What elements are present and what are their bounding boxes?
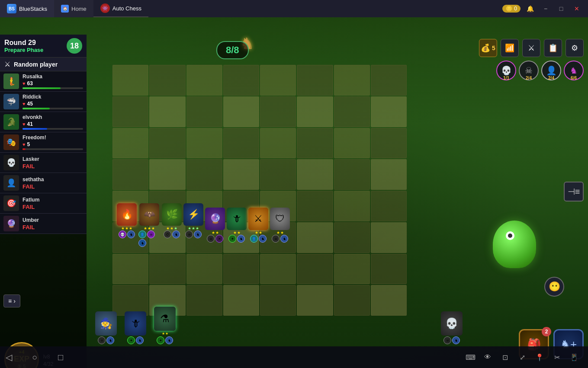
recents-button[interactable]: □ bbox=[52, 349, 69, 366]
board-cell[interactable] bbox=[149, 159, 185, 190]
board-cell[interactable] bbox=[149, 96, 185, 127]
unit[interactable]: 🛡 ★ ★ ☠ ♞ bbox=[270, 208, 290, 247]
location-icon[interactable]: 📍 bbox=[533, 350, 546, 364]
battle-button[interactable]: ⚔ bbox=[522, 39, 540, 57]
board-cell[interactable] bbox=[297, 159, 333, 190]
list-item[interactable]: 🎯 Fatlum FAIL bbox=[0, 193, 87, 214]
board-cell[interactable] bbox=[260, 65, 296, 96]
random-player-row[interactable]: ⚔ Random player bbox=[0, 58, 87, 71]
unit[interactable]: ⚡ ★ ★ ★ ☠ ♞ bbox=[183, 203, 203, 247]
list-item[interactable]: 👤 sethatha FAIL bbox=[0, 173, 87, 193]
minimize-button[interactable]: − bbox=[540, 3, 552, 15]
board-cell[interactable] bbox=[297, 254, 333, 285]
close-button[interactable]: ✕ bbox=[571, 3, 583, 15]
board-cell[interactable] bbox=[371, 222, 407, 253]
board-cell[interactable] bbox=[260, 159, 296, 190]
board-cell[interactable] bbox=[223, 285, 259, 316]
board-cell[interactable] bbox=[112, 128, 148, 159]
board-cell[interactable] bbox=[186, 96, 222, 127]
board-cell[interactable] bbox=[334, 128, 370, 159]
board-cell[interactable] bbox=[371, 285, 407, 316]
board-cell[interactable] bbox=[334, 285, 370, 316]
board-cell[interactable] bbox=[223, 254, 259, 285]
list-item[interactable]: 🧜 Rusalka ♥ 63 bbox=[0, 71, 87, 92]
class-icon-undead[interactable]: ☠ 2/4 bbox=[519, 61, 539, 80]
tactical-button[interactable]: ⊣≡ bbox=[564, 182, 584, 202]
notification-bell[interactable]: 🔔 bbox=[524, 3, 536, 15]
bench-unit[interactable]: 🗡 ✦ ♞ bbox=[125, 311, 146, 344]
list-item[interactable]: 💀 Lasker FAIL bbox=[0, 153, 87, 173]
board-cell[interactable] bbox=[112, 65, 148, 96]
board-cell[interactable] bbox=[260, 128, 296, 159]
bluestacks-tab[interactable]: BS BlueStacks bbox=[0, 0, 54, 17]
board-cell[interactable] bbox=[334, 222, 370, 253]
board-cell[interactable] bbox=[149, 128, 185, 159]
list-item[interactable]: 🦈 Riddick ♥ 45 bbox=[0, 92, 87, 112]
unit[interactable]: ⚔ ★ ★ 👤 ♞ bbox=[248, 208, 268, 247]
board-cell[interactable] bbox=[334, 96, 370, 127]
back-button[interactable]: ◁ bbox=[0, 349, 17, 366]
board-cell[interactable] bbox=[112, 254, 148, 285]
bench-unit[interactable]: 🧙 ☠ ♞ bbox=[95, 311, 117, 344]
board-cell[interactable] bbox=[186, 65, 222, 96]
bench-unit[interactable]: ⚗ ★ ★ ✦ ♞ bbox=[154, 307, 176, 344]
board-cell[interactable] bbox=[371, 254, 407, 285]
board-cell[interactable] bbox=[223, 96, 259, 127]
board-cell[interactable] bbox=[149, 254, 185, 285]
board-cell[interactable] bbox=[186, 159, 222, 190]
board-cell[interactable] bbox=[297, 285, 333, 316]
unit[interactable]: 🦇 ★ ★ ★ 👤 ☠ ♞ bbox=[138, 203, 160, 247]
autochess-tab[interactable]: 👾 Auto Chess bbox=[93, 0, 148, 17]
unit[interactable]: 🔮 ★ ★ ☠ ✕ bbox=[205, 208, 225, 247]
unit[interactable]: 🔥 ★ ★ ★ 💀 ♞ bbox=[117, 203, 137, 247]
emote-button[interactable]: 😶 bbox=[544, 277, 564, 297]
phone-icon[interactable]: 📱 bbox=[567, 350, 581, 364]
board-cell[interactable] bbox=[371, 128, 407, 159]
maximize-button[interactable]: □ bbox=[555, 3, 567, 15]
class-icon-human[interactable]: 👤 2/4 bbox=[541, 61, 561, 80]
board-cell[interactable] bbox=[371, 65, 407, 96]
board-cell[interactable] bbox=[223, 159, 259, 190]
home-button[interactable]: ○ bbox=[26, 349, 43, 366]
board-cell[interactable] bbox=[371, 96, 407, 127]
book-button[interactable]: 📋 bbox=[544, 39, 562, 57]
keyboard-icon[interactable]: ⌨ bbox=[463, 350, 477, 364]
signal-button[interactable]: 📶 bbox=[501, 39, 519, 57]
cut-icon[interactable]: ✂ bbox=[550, 350, 564, 364]
list-item[interactable]: 🐊 elvonkh ♥ 41 bbox=[0, 112, 87, 132]
board-cell[interactable] bbox=[371, 159, 407, 190]
board-cell[interactable] bbox=[334, 191, 370, 221]
board-cell[interactable] bbox=[297, 96, 333, 127]
eye-icon[interactable]: 👁 bbox=[481, 350, 495, 364]
board-cell[interactable] bbox=[186, 285, 222, 316]
bench-unit[interactable]: 💀 ☠ ♞ bbox=[441, 311, 463, 344]
board-cell[interactable] bbox=[112, 96, 148, 127]
unit[interactable]: 🗡 ★ ★ ✦ ♞ bbox=[227, 208, 247, 247]
board-cell[interactable] bbox=[223, 65, 259, 96]
board-cell[interactable] bbox=[260, 285, 296, 316]
board-cell[interactable] bbox=[149, 65, 185, 96]
board-cell[interactable] bbox=[334, 254, 370, 285]
board-cell[interactable] bbox=[186, 254, 222, 285]
list-item[interactable]: 🎭 Freedom! ♥ 5 bbox=[0, 132, 87, 153]
board-cell[interactable] bbox=[334, 65, 370, 96]
class-icon-demon[interactable]: 💀 1/1 bbox=[496, 61, 516, 80]
board-cell[interactable] bbox=[297, 65, 333, 96]
list-item[interactable]: 🔮 Umber FAIL bbox=[0, 214, 87, 234]
board-cell[interactable] bbox=[186, 128, 222, 159]
unit[interactable]: 🌿 ★ ★ ★ ⏱ ♞ bbox=[162, 203, 182, 247]
board-cell[interactable] bbox=[260, 254, 296, 285]
board-cell[interactable] bbox=[371, 191, 407, 221]
settings-button[interactable]: ⚙ bbox=[566, 39, 584, 57]
fullscreen-icon[interactable]: ⤢ bbox=[515, 350, 529, 364]
home-tab[interactable]: 🏠 Home bbox=[54, 0, 93, 17]
board-cell[interactable] bbox=[260, 96, 296, 127]
coins-button[interactable]: 💰 5 bbox=[479, 39, 497, 57]
board-cell[interactable] bbox=[297, 128, 333, 159]
board-cell[interactable] bbox=[112, 159, 148, 190]
class-icon-knight[interactable]: ♞ 6/6 bbox=[564, 61, 584, 80]
board-cell[interactable] bbox=[223, 128, 259, 159]
display-icon[interactable]: ⊡ bbox=[498, 350, 512, 364]
board-cell[interactable] bbox=[334, 159, 370, 190]
expand-sidebar-button[interactable]: ≡ › bbox=[3, 294, 20, 307]
